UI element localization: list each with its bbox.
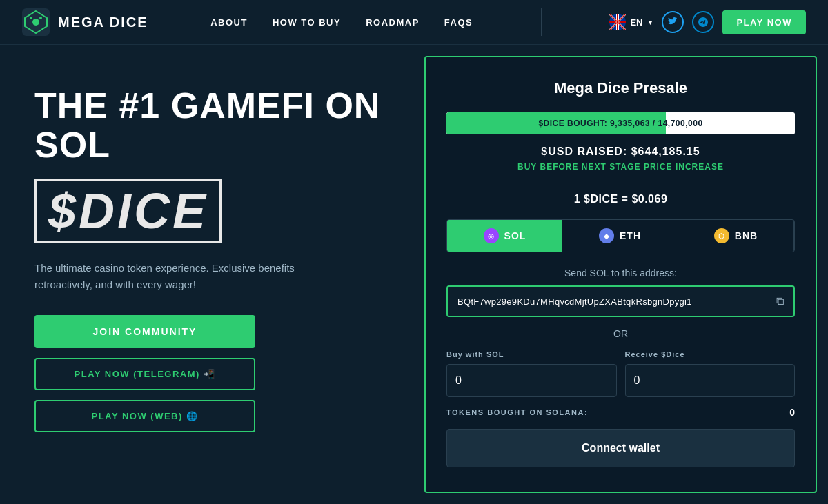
chevron-down-icon: ▼	[647, 19, 653, 26]
svg-point-4	[39, 17, 42, 19]
buy-inputs: Buy with SOL Receive $Dice	[446, 350, 795, 397]
divider	[446, 183, 795, 183]
hero-section: THE #1 GAMEFI ON SOL $DICE The ultimate …	[0, 45, 424, 504]
header-play-now-button[interactable]: PLAY NOW	[722, 10, 806, 34]
eth-icon: ◆	[599, 228, 614, 243]
receive-dice-group: Receive $Dice	[625, 350, 796, 397]
sol-icon: ◎	[484, 228, 499, 243]
buy-sol-label: Buy with SOL	[446, 350, 617, 359]
eth-token-button[interactable]: ◆ ETH	[562, 220, 678, 252]
telegram-icon[interactable]	[692, 11, 714, 33]
main-nav: ABOUT HOW TO BUY ROADMAP FAQS	[210, 17, 473, 28]
tokens-bought-value: 0	[789, 407, 795, 418]
hero-title: THE #1 GAMEFI ON SOL	[34, 86, 390, 165]
header-right: EN ▼ PLAY NOW	[609, 10, 806, 34]
usd-raised-text: $USD RAISED: $644,185.15	[446, 145, 795, 158]
buy-sol-group: Buy with SOL	[446, 350, 617, 397]
svg-point-2	[32, 19, 39, 26]
play-telegram-button[interactable]: PLAY NOW (TELEGRAM) 📲	[34, 358, 255, 390]
nav-faqs[interactable]: FAQS	[444, 17, 473, 28]
presale-title: Mega Dice Presale	[446, 79, 795, 97]
logo[interactable]: MEGA DICE	[22, 8, 148, 36]
nav-divider	[541, 8, 542, 36]
or-text: OR	[446, 328, 795, 339]
nav-about[interactable]: ABOUT	[210, 17, 248, 28]
bnb-token-button[interactable]: ⬡ BNB	[678, 220, 794, 252]
language-selector[interactable]: EN ▼	[609, 14, 653, 30]
play-web-button[interactable]: PLAY NOW (WEB) 🌐	[34, 400, 255, 432]
lang-label: EN	[630, 17, 642, 28]
join-community-button[interactable]: JOIN COMMUNITY	[34, 315, 255, 348]
tokens-bought-row: TOKENS BOUGHT ON SOLANA: 0	[446, 407, 795, 418]
stage-warning-text: BUY BEFORE NEXT STAGE PRICE INCREASE	[446, 162, 795, 172]
copy-icon[interactable]: ⧉	[776, 295, 784, 308]
receive-dice-input[interactable]	[625, 364, 796, 397]
flag-icon	[609, 14, 626, 30]
logo-icon	[22, 8, 50, 36]
dice-logo: $DICE	[34, 179, 222, 243]
progress-label: $DICE BOUGHT: 9,335,063 / 14,700,000	[538, 119, 702, 128]
svg-point-3	[30, 17, 32, 19]
logo-text: MEGA DICE	[58, 14, 148, 30]
sol-token-button[interactable]: ◎ SOL	[447, 220, 562, 252]
wallet-address: BQtF7wp29e9KDu7MHqvcdMjtUpZXABtqkRsbgnDp…	[457, 296, 771, 307]
nav-roadmap[interactable]: ROADMAP	[366, 17, 420, 28]
progress-bar-container: $DICE BOUGHT: 9,335,063 / 14,700,000	[446, 112, 795, 134]
address-box: BQtF7wp29e9KDu7MHqvcdMjtUpZXABtqkRsbgnDp…	[446, 285, 795, 317]
price-info: 1 $DICE = $0.069	[446, 193, 795, 205]
buy-sol-input[interactable]	[446, 364, 617, 397]
token-selector: ◎ SOL ◆ ETH ⬡ BNB	[446, 219, 795, 252]
bnb-icon: ⬡	[714, 228, 729, 243]
send-address-label: Send SOL to this address:	[446, 268, 795, 279]
nav-how-to-buy[interactable]: HOW TO BUY	[273, 17, 341, 28]
connect-wallet-button[interactable]: Connect wallet	[446, 429, 795, 467]
twitter-icon[interactable]	[662, 11, 684, 33]
main-content: THE #1 GAMEFI ON SOL $DICE The ultimate …	[0, 45, 828, 504]
hero-description: The ultimate casino token experience. Ex…	[34, 260, 324, 293]
presale-panel: Mega Dice Presale $DICE BOUGHT: 9,335,06…	[424, 56, 817, 493]
tokens-bought-label: TOKENS BOUGHT ON SOLANA:	[446, 408, 588, 416]
receive-dice-label: Receive $Dice	[625, 350, 796, 359]
